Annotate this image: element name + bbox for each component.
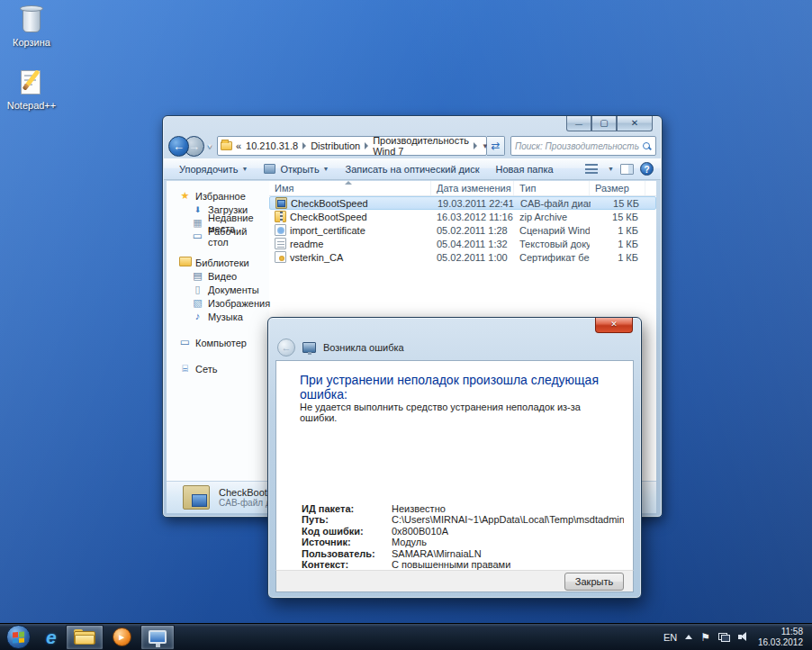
error-dialog: ← Возникла ошибка При устранении неполад…: [267, 317, 642, 599]
media-player-icon: [113, 627, 131, 646]
language-indicator[interactable]: EN: [663, 632, 677, 643]
dialog-close-button[interactable]: [595, 318, 633, 333]
breadcrumb-segment[interactable]: 10.210.31.8: [246, 140, 298, 151]
window-controls: [566, 116, 653, 131]
search-icon: [642, 141, 652, 151]
sidebar-item-computer[interactable]: Компьютер: [167, 336, 269, 349]
notepadpp-icon: [16, 67, 47, 97]
minimize-button[interactable]: [566, 116, 591, 131]
address-bar[interactable]: « 10.210.31.8 Distribution Производитель…: [217, 136, 487, 156]
troubleshooter-monitor-icon: [149, 630, 167, 644]
search-input[interactable]: [515, 141, 642, 151]
dialog-header: ← Возникла ошибка: [277, 337, 632, 358]
close-button[interactable]: [617, 116, 653, 131]
dialog-content: При устранении неполадок произошла следу…: [275, 360, 634, 570]
column-header-size[interactable]: Размер: [590, 181, 645, 195]
search-box: [510, 136, 656, 156]
detail-row: Контекст: С повышенными правами: [302, 559, 624, 570]
taskbar-item-media-player[interactable]: [105, 625, 139, 650]
internet-explorer-icon: e: [46, 627, 57, 648]
network-tray-icon[interactable]: [718, 633, 730, 642]
navigation-bar: ← → ▼ « 10.210.31.8 Distribution Произво…: [168, 135, 656, 157]
start-button[interactable]: [6, 625, 31, 649]
text-file-icon: [275, 238, 286, 249]
zip-file-icon: [275, 211, 286, 222]
organize-button[interactable]: Упорядочить ▼: [171, 159, 256, 179]
music-icon: [192, 311, 203, 321]
tray-time: 11:58: [758, 627, 803, 637]
help-icon[interactable]: ?: [640, 162, 654, 176]
sidebar-item-video[interactable]: Видео: [167, 269, 269, 283]
recent-pages-dropdown-icon[interactable]: ▼: [206, 142, 213, 150]
breadcrumb-segment[interactable]: Distribution: [311, 140, 360, 151]
preview-pane-icon[interactable]: [620, 164, 634, 175]
downloads-icon: [192, 204, 203, 215]
cab-file-icon-large: [183, 485, 210, 510]
desktop-icon-notepadpp[interactable]: Notepad++: [0, 67, 63, 111]
taskbar-item-explorer[interactable]: [66, 625, 104, 650]
network-icon: [179, 364, 191, 374]
change-view-icon[interactable]: [585, 164, 598, 174]
sidebar-item-documents[interactable]: Документы: [167, 283, 269, 296]
dialog-back-button[interactable]: ←: [277, 339, 295, 357]
burn-button[interactable]: Записать на оптический диск: [338, 159, 488, 179]
detail-row: Путь: C:\Users\MIRNAI~1\AppData\Local\Te…: [302, 514, 624, 525]
taskbar: e EN 11:58 16.03.2012: [0, 623, 812, 650]
file-row[interactable]: readme 05.04.2011 1:32 Текстовый докум..…: [269, 237, 656, 250]
file-row[interactable]: CheckBootSpeed 16.03.2012 11:16 zip Arch…: [269, 210, 656, 223]
recent-places-icon: [192, 218, 203, 228]
file-row[interactable]: vsterkin_CA 05.02.2011 1:00 Сертификат б…: [269, 250, 656, 264]
sidebar-item-libraries[interactable]: Библиотеки: [167, 256, 269, 269]
sidebar-item-network[interactable]: Сеть: [167, 362, 269, 375]
dialog-message: Не удается выполнить средство устранения…: [300, 402, 617, 423]
breadcrumb-prefix: «: [236, 140, 241, 151]
certificate-file-icon: [275, 251, 286, 263]
clock[interactable]: 11:58 16.03.2012: [758, 627, 803, 647]
detail-row: Код ошибки: 0x800B010A: [302, 526, 624, 537]
dialog-footer: Закрыть: [275, 570, 634, 592]
folder-icon: [221, 141, 232, 150]
breadcrumb-segment[interactable]: Производительность Wind 7: [373, 135, 469, 157]
documents-icon: [192, 284, 203, 294]
open-file-icon: [264, 164, 275, 174]
libraries-icon: [179, 257, 191, 268]
sidebar-item-pictures[interactable]: Изображения: [167, 296, 269, 310]
chevron-down-icon: ▼: [323, 166, 329, 172]
action-center-flag-icon[interactable]: [700, 631, 710, 644]
maximize-button[interactable]: [591, 116, 617, 131]
new-folder-button[interactable]: Новая папка: [488, 159, 562, 179]
file-row[interactable]: CheckBootSpeed 19.03.2011 22:41 CAB-файл…: [269, 196, 656, 210]
breadcrumb-arrow-icon[interactable]: [302, 142, 306, 149]
back-button[interactable]: ←: [168, 136, 189, 157]
chevron-down-icon: ▼: [241, 166, 248, 172]
navigation-pane: Избранное Загрузки Недавние места Рабочи…: [167, 181, 269, 481]
desktop-icon-recycle-bin[interactable]: Корзина: [0, 4, 63, 48]
taskbar-item-troubleshooter[interactable]: [140, 625, 175, 650]
error-details: ИД пакета: Неизвестно Путь: C:\Users\MIR…: [302, 503, 624, 570]
breadcrumb-arrow-icon[interactable]: [474, 142, 477, 149]
column-headers: Имя Дата изменения Тип Размер: [269, 181, 656, 196]
sort-ascending-icon: [345, 181, 352, 185]
refresh-button[interactable]: [487, 136, 505, 156]
taskbar-item-internet-explorer[interactable]: e: [39, 625, 64, 650]
show-hidden-icons-icon[interactable]: [685, 635, 692, 639]
sidebar-item-music[interactable]: Музыка: [167, 310, 269, 323]
chevron-down-icon[interactable]: ▼: [608, 166, 614, 172]
desktop-icon-label: Notepad++: [0, 100, 63, 111]
recycle-bin-icon: [16, 4, 47, 34]
column-header-type[interactable]: Тип: [514, 181, 590, 195]
windows-logo-icon: [13, 631, 24, 643]
sidebar-item-favorites[interactable]: Избранное: [167, 189, 269, 203]
file-row[interactable]: import_certificate 05.02.2011 1:28 Сцена…: [269, 223, 656, 237]
sidebar-item-desktop[interactable]: Рабочий стол: [167, 230, 269, 243]
cab-file-icon: [275, 197, 287, 209]
volume-icon[interactable]: [738, 632, 750, 642]
command-toolbar: Упорядочить ▼ Открыть ▼ Записать на опти…: [164, 158, 661, 180]
column-header-date[interactable]: Дата изменения: [431, 181, 514, 195]
close-dialog-button[interactable]: Закрыть: [564, 573, 624, 591]
script-file-icon: [275, 224, 286, 236]
dialog-title: Возникла ошибка: [323, 342, 404, 353]
breadcrumb-arrow-icon[interactable]: [365, 142, 368, 149]
detail-row: Пользователь: SAMARA\MirnaiaLN: [302, 548, 624, 559]
open-button[interactable]: Открыть ▼: [256, 159, 337, 179]
